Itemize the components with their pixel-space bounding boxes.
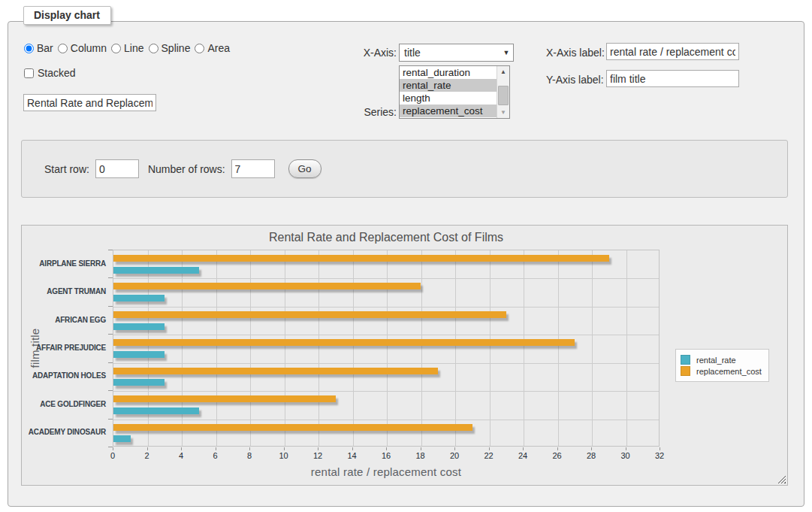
- gridline-vertical: [182, 250, 183, 446]
- category-label: ACE GOLDFINGER: [22, 400, 106, 408]
- x-tick-mark: [181, 447, 182, 450]
- category-label: AIRPLANE SIERRA: [22, 259, 106, 268]
- radio-label: Line: [124, 42, 143, 54]
- chart-title: Rental Rate and Replacement Cost of Film…: [113, 231, 660, 244]
- x-tick-label: 6: [204, 451, 227, 460]
- x-axis-selected-value: title: [400, 47, 500, 59]
- x-tick-mark: [352, 447, 353, 450]
- x-tick-mark: [454, 447, 455, 450]
- x-tick-mark: [523, 447, 524, 450]
- scroll-down-icon[interactable]: ▼: [497, 107, 509, 118]
- gridline-horizontal: [113, 335, 659, 335]
- gridline-vertical: [387, 250, 388, 446]
- number-of-rows-input[interactable]: [231, 159, 275, 178]
- chart-type-option-bar[interactable]: Bar: [24, 42, 53, 54]
- gridline-vertical: [353, 250, 354, 446]
- chart-type-radio-group: BarColumnLineSplineArea: [24, 42, 230, 54]
- scrollbar-thumb[interactable]: [498, 86, 509, 105]
- x-tick-label: 2: [136, 451, 158, 460]
- radio-spline[interactable]: [149, 44, 158, 53]
- x-axis-select[interactable]: title ▼: [399, 44, 514, 62]
- legend-label: rental_rate: [696, 356, 736, 365]
- category-label: AFFAIR PREJUDICE: [22, 344, 106, 352]
- x-tick-mark: [249, 447, 250, 450]
- legend-entry: replacement_cost: [681, 366, 762, 376]
- legend-swatch-rental_rate: [681, 355, 690, 365]
- radio-label: Area: [207, 42, 230, 54]
- gridline-horizontal: [113, 278, 659, 279]
- bar-rental_rate: [113, 435, 131, 442]
- bar-replacement_cost: [113, 255, 609, 262]
- chart-title-input[interactable]: [23, 94, 156, 111]
- y-tick-mark: [108, 277, 113, 278]
- stacked-row: Stacked: [24, 67, 76, 79]
- category-label: AGENT TRUMAN: [22, 287, 106, 295]
- x-tick-mark: [147, 447, 148, 450]
- series-option-replacement_cost[interactable]: replacement_cost: [400, 105, 497, 117]
- radio-bar[interactable]: [24, 44, 34, 53]
- radio-column[interactable]: [58, 44, 68, 53]
- x-tick-label: 10: [273, 451, 295, 460]
- gridline-vertical: [285, 250, 285, 446]
- x-axis-label-label: X-Axis label:: [546, 47, 605, 59]
- gridline-vertical: [558, 250, 559, 446]
- gridline-vertical: [592, 250, 593, 446]
- bar-replacement_cost: [113, 339, 575, 346]
- chart-type-option-line[interactable]: Line: [111, 42, 143, 54]
- chart-type-option-area[interactable]: Area: [195, 42, 230, 54]
- radio-label: Column: [71, 42, 107, 54]
- scroll-up-icon[interactable]: ▲: [497, 66, 509, 77]
- radio-line[interactable]: [111, 44, 121, 53]
- legend-label: replacement_cost: [696, 367, 762, 376]
- category-label: ADAPTATION HOLES: [22, 371, 106, 380]
- x-tick-mark: [660, 447, 660, 450]
- x-tick-label: 16: [375, 451, 397, 460]
- y-axis-label-input[interactable]: [606, 70, 739, 87]
- chart-legend: rental_ratereplacement_cost: [675, 349, 769, 382]
- chart-type-option-column[interactable]: Column: [58, 42, 107, 54]
- x-axis-title: rental rate / replacement cost: [113, 465, 660, 478]
- start-row-input[interactable]: [95, 159, 139, 178]
- gridline-horizontal: [113, 307, 659, 308]
- radio-area[interactable]: [195, 44, 204, 53]
- y-tick-mark: [108, 390, 113, 391]
- x-axis-label-input[interactable]: [606, 43, 739, 60]
- chart-type-option-spline[interactable]: Spline: [149, 42, 191, 54]
- stacked-checkbox[interactable]: [24, 68, 34, 78]
- resize-grip-icon[interactable]: [777, 475, 786, 483]
- category-label: AFRICAN EGG: [22, 316, 106, 324]
- bar-rental_rate: [113, 407, 199, 414]
- y-tick-mark: [108, 250, 113, 250]
- series-option-length[interactable]: length: [400, 92, 497, 105]
- chart-area: Rental Rate and Replacement Cost of Film…: [21, 225, 788, 486]
- y-tick-mark: [108, 362, 113, 363]
- x-tick-mark: [557, 447, 558, 450]
- go-button[interactable]: Go: [288, 159, 321, 178]
- category-label: ACADEMY DINOSAUR: [22, 428, 106, 436]
- x-tick-mark: [318, 447, 318, 450]
- chevron-down-icon: ▼: [500, 49, 513, 56]
- series-scrollbar[interactable]: ▲ ▼: [497, 66, 509, 118]
- x-tick-mark: [626, 447, 626, 450]
- x-tick-label: 12: [306, 451, 329, 460]
- gridline-vertical: [318, 250, 319, 446]
- x-tick-mark: [386, 447, 387, 450]
- bar-rental_rate: [113, 323, 165, 330]
- gridline-horizontal: [113, 363, 659, 364]
- x-tick-mark: [591, 447, 592, 450]
- series-label: Series:: [337, 106, 397, 118]
- y-axis-label-label: Y-Axis label:: [546, 74, 604, 86]
- stacked-label: Stacked: [38, 67, 76, 79]
- series-option-rental_rate[interactable]: rental_rate: [400, 79, 497, 92]
- x-tick-mark: [216, 447, 216, 450]
- x-tick-label: 22: [478, 451, 500, 460]
- series-option-rental_duration[interactable]: rental_duration: [400, 66, 497, 79]
- gridline-vertical: [455, 250, 456, 446]
- gridline-vertical: [626, 250, 627, 446]
- series-multiselect[interactable]: rental_durationrental_ratelengthreplacem…: [399, 65, 510, 119]
- series-options: rental_durationrental_ratelengthreplacem…: [400, 66, 497, 118]
- x-tick-label: 32: [648, 451, 671, 460]
- gridline-horizontal: [113, 391, 659, 392]
- radio-label: Bar: [37, 42, 53, 54]
- x-tick-label: 8: [238, 451, 261, 460]
